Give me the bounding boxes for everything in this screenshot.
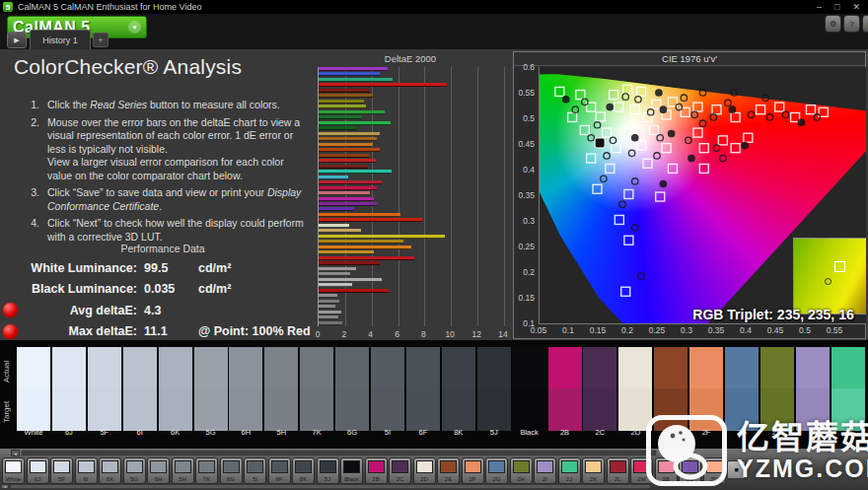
deltae-bar[interactable] — [319, 154, 370, 158]
deltae-bar[interactable] — [319, 240, 403, 244]
deltae-bar[interactable] — [319, 229, 361, 233]
deltae-bar[interactable] — [319, 83, 447, 87]
comparator-patch-6h[interactable] — [229, 347, 262, 431]
patch-button-7k[interactable]: 7K — [195, 457, 218, 484]
comparator-patch-white[interactable] — [17, 347, 50, 431]
comparator-patch-2f[interactable] — [689, 347, 723, 431]
deltae-bar[interactable] — [319, 294, 337, 298]
deltae-bar[interactable] — [319, 311, 341, 315]
deltae-bar[interactable] — [319, 256, 414, 260]
cie-plot[interactable]: RGB Triplet: 235, 235, 16 deltaE: 4.8 — [539, 67, 866, 324]
patch-button-2m[interactable]: 2M — [630, 457, 653, 484]
deltae-bar[interactable] — [319, 126, 357, 130]
deltae-bar[interactable] — [319, 283, 352, 287]
patch-button-3d[interactable]: 3D — [703, 457, 726, 484]
patch-button-6g[interactable]: 6G — [220, 457, 243, 484]
comparator-patch-5i[interactable] — [371, 347, 404, 431]
deltae-bar[interactable] — [319, 159, 376, 163]
patch-button-2j[interactable]: 2J — [558, 457, 581, 484]
deltae-bar[interactable] — [319, 143, 373, 147]
scroll-left-icon[interactable]: ◂ — [11, 450, 20, 456]
patch-button-5g[interactable]: 5G — [123, 457, 146, 484]
comparator-patch-6i[interactable] — [123, 347, 157, 431]
deltae-bar[interactable] — [319, 170, 392, 174]
deltae-bar[interactable] — [319, 224, 349, 228]
deltae-bar[interactable] — [319, 300, 339, 304]
deltae-bar[interactable] — [319, 207, 354, 211]
chevron-down-icon[interactable]: ▾ — [128, 21, 141, 34]
deltae-bar[interactable] — [319, 245, 411, 249]
deltae-bar[interactable] — [319, 105, 366, 108]
minimize-icon[interactable]: – — [817, 2, 822, 12]
deltae-bar[interactable] — [319, 175, 348, 179]
deltae-bar[interactable] — [319, 250, 374, 254]
comparator-patch-5g[interactable] — [194, 347, 228, 431]
comparator-patch-2i[interactable] — [796, 347, 830, 431]
help-icon[interactable]: ? — [843, 15, 860, 33]
comparator-patch-5j[interactable] — [477, 347, 511, 431]
deltae-bar[interactable] — [319, 94, 373, 98]
deltae-bar[interactable] — [319, 132, 380, 136]
deltae-bar[interactable] — [319, 305, 335, 309]
deltae-bar[interactable] — [319, 110, 385, 114]
deltae-bar[interactable] — [319, 289, 389, 293]
comparator-patch-5h[interactable] — [264, 347, 298, 431]
bottom-scrollbar[interactable] — [10, 484, 651, 489]
deltae-bar[interactable] — [319, 165, 368, 169]
comparator-patch-2e[interactable] — [654, 347, 687, 431]
add-tab-button[interactable]: + — [93, 33, 108, 47]
deltae-bar[interactable] — [319, 148, 380, 152]
deltae-bar[interactable] — [319, 213, 400, 217]
comparator-patch-6g[interactable] — [335, 347, 369, 431]
deltae-bar[interactable] — [319, 278, 382, 282]
patch-button-5j[interactable]: 5J — [317, 457, 339, 484]
comparator-patch-black[interactable] — [513, 347, 546, 431]
comparator-patch-2c[interactable] — [583, 347, 616, 431]
settings-icon[interactable]: ⚙ — [825, 15, 841, 33]
close-icon[interactable]: ✕ — [852, 2, 860, 12]
stop-button[interactable]: ■ — [727, 460, 746, 479]
patch-button-white[interactable]: White — [2, 457, 25, 484]
comparator-patch-6f[interactable] — [406, 347, 440, 431]
deltae-bar[interactable] — [319, 235, 445, 239]
comparator-patch-6k[interactable] — [159, 347, 192, 431]
comparator-patch-2b[interactable] — [548, 347, 582, 431]
patch-button-8k[interactable]: 8K — [292, 457, 315, 484]
scroll-left-icon[interactable]: ◂ — [1, 484, 9, 489]
patch-button-2f[interactable]: 2F — [462, 457, 484, 484]
deltae-bar[interactable] — [319, 100, 364, 104]
play-button[interactable]: ▶ — [7, 32, 27, 48]
collapse-icon[interactable]: ◀ — [862, 15, 868, 33]
deltae-bar[interactable] — [319, 121, 391, 125]
comparator-patch-5f[interactable] — [88, 347, 121, 431]
comparator-patch-2d[interactable] — [618, 347, 652, 431]
deltae-bar[interactable] — [319, 315, 338, 319]
comparator-patch-6j[interactable] — [52, 347, 86, 431]
patch-button-5h[interactable]: 5H — [172, 457, 194, 484]
patch-button-2h[interactable]: 2H — [510, 457, 533, 484]
patch-button-2e[interactable]: 2E — [437, 457, 460, 484]
deltae-bar[interactable] — [319, 115, 362, 119]
patch-button-2b[interactable]: 2B — [365, 457, 388, 484]
patch-button-5f[interactable]: 5F — [50, 457, 73, 484]
patch-button-black[interactable]: Black — [340, 457, 363, 484]
patch-scrollbar[interactable] — [21, 450, 657, 456]
tab-history-1[interactable]: History 1 — [30, 30, 91, 49]
patch-button-5i[interactable]: 5I — [244, 457, 266, 484]
patch-button-2k[interactable]: 2K — [582, 457, 605, 484]
deltae-bar[interactable] — [319, 137, 377, 141]
patch-button-2l[interactable]: 2L — [607, 457, 629, 484]
deltae-bar[interactable] — [319, 67, 388, 71]
deltae-bar[interactable] — [319, 186, 377, 190]
patch-button-2i[interactable]: 2I — [534, 457, 556, 484]
deltae-bar[interactable] — [319, 180, 382, 184]
comparator-patch-7k[interactable] — [300, 347, 333, 431]
deltae-bar[interactable] — [319, 197, 374, 201]
patch-button-3b[interactable]: 3B — [655, 457, 678, 484]
deltae-bar[interactable] — [319, 78, 393, 82]
comparator-patch-2g[interactable] — [725, 347, 759, 431]
comparator-patch-8k[interactable] — [442, 347, 475, 431]
deltae-plot[interactable] — [318, 67, 504, 326]
patch-button-2g[interactable]: 2G — [485, 457, 508, 484]
comparator-patch-2j[interactable] — [832, 347, 865, 431]
